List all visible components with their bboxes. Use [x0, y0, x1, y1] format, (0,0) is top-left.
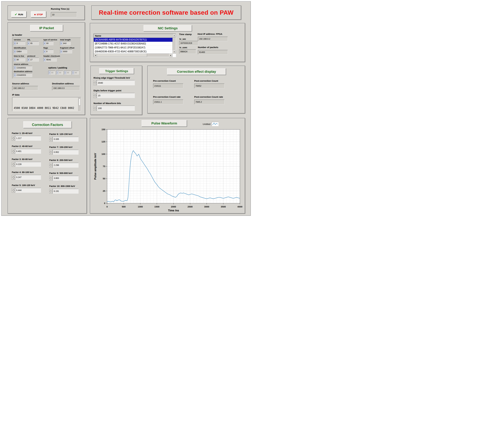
increment-icon[interactable]: ▲ — [12, 162, 15, 164]
scroll-left-icon[interactable]: ◀ — [94, 54, 97, 57]
factor-3-value[interactable]: 0.228 — [15, 162, 41, 167]
stop-button[interactable]: ■ STOP — [31, 11, 46, 18]
increment-icon[interactable]: ▲ — [49, 189, 53, 191]
spinner[interactable]: ▲▼ — [12, 136, 15, 141]
ip-packet-panel: IP Packet ip header version x 0 IHL x 05… — [8, 22, 85, 115]
decrement-icon[interactable]: ▼ — [12, 138, 15, 141]
factor-4-input[interactable]: ▲▼ 0.247 — [12, 175, 41, 180]
rising-edge-threshold-value[interactable]: 2040 — [97, 80, 135, 85]
decrement-icon[interactable]: ▼ — [12, 177, 15, 180]
spinner[interactable]: ▲▼ — [12, 162, 15, 167]
digits-before-trigger-input[interactable]: ▲ ▼ 15 — [93, 93, 135, 98]
factor-9-value[interactable]: 3.863 — [53, 176, 79, 181]
spinner[interactable]: ▲▼ — [49, 137, 53, 142]
increment-icon[interactable]: ▲ — [12, 175, 15, 177]
spinner[interactable]: ▲▼ — [49, 189, 53, 194]
increment-icon[interactable]: ▲ — [12, 136, 15, 138]
decrement-icon[interactable]: ▼ — [49, 139, 53, 142]
digits-before-trigger-value[interactable]: 15 — [97, 93, 135, 98]
spinner[interactable]: ▲ ▼ — [93, 80, 97, 85]
post-correction-count-rate-value: 7845.2 — [194, 99, 225, 104]
factor-6-value[interactable]: 0.335 — [53, 137, 79, 142]
spinner[interactable]: ▲ ▼ — [93, 106, 97, 111]
increment-icon[interactable]: ▲ — [93, 106, 97, 108]
waveform-bits-input[interactable]: ▲ ▼ 100 — [93, 106, 135, 111]
factor-3-input[interactable]: ▲▼ 0.228 — [12, 162, 41, 167]
app-window: ✔ RUN ■ STOP Running Time (s) 10 Real-ti… — [0, 0, 252, 217]
svg-text:Time /ns: Time /ns — [168, 209, 179, 212]
hscroll-thumb[interactable] — [97, 54, 147, 57]
scroll-right-icon[interactable]: ▶ — [169, 54, 172, 57]
radix-indicator: x — [48, 71, 51, 74]
factor-6-input[interactable]: ▲▼ 0.335 — [49, 137, 79, 142]
spinner[interactable]: ▲▼ — [49, 163, 53, 168]
spinner[interactable]: ▲▼ — [12, 175, 15, 180]
factor-1-value[interactable]: 1.217 — [15, 136, 41, 141]
spinner[interactable]: ▲ ▼ — [93, 93, 97, 98]
nic-list-row[interactable]: {5646DE86-83EB-4722-83AC-60BB730D1BCE} — [94, 50, 172, 53]
factor-10-input[interactable]: ▲▼ 6.191 — [49, 189, 79, 194]
ihl-field: x 05 — [27, 41, 39, 45]
destination-address-hex-field: x C0A80003 — [14, 73, 32, 77]
nic-settings-title: NIC Settings — [144, 25, 192, 31]
increment-icon[interactable]: ▲ — [12, 188, 15, 190]
factor-5-input[interactable]: ▲▼ 0.444 — [12, 188, 41, 193]
nic-list-row[interactable]: {AC6A4AB5-ABFB-4A79-9D06-E6241D57B751} — [94, 38, 172, 42]
decrement-icon[interactable]: ▼ — [93, 108, 97, 111]
factor-4-value[interactable]: 0.247 — [15, 175, 41, 180]
factor-1-input[interactable]: ▲▼ 1.217 — [12, 136, 41, 141]
increment-icon[interactable]: ▲ — [49, 176, 53, 178]
decrement-icon[interactable]: ▼ — [49, 191, 53, 194]
increment-icon[interactable]: ▲ — [49, 137, 53, 139]
factor-2-value[interactable]: 0.401 — [15, 149, 41, 154]
decrement-icon[interactable]: ▼ — [93, 83, 97, 85]
decrement-icon[interactable]: ▼ — [12, 151, 15, 154]
header-checksum-value: 9D42 — [46, 58, 51, 62]
radix-indicator: x — [64, 71, 66, 74]
run-button-label: RUN — [18, 13, 23, 16]
waveform-bits-value[interactable]: 100 — [97, 106, 135, 111]
increment-icon[interactable]: ▲ — [49, 150, 53, 152]
scroll-up-icon[interactable]: ▲ — [173, 34, 176, 37]
rising-edge-threshold-input[interactable]: ▲ ▼ 2040 — [93, 80, 135, 85]
factor-8-input[interactable]: ▲▼ 2.298 — [49, 163, 79, 168]
spinner[interactable]: ▲▼ — [12, 188, 15, 193]
vscroll-track[interactable] — [173, 37, 176, 50]
spinner[interactable]: ▲▼ — [12, 149, 15, 154]
factor-8-label: Factor 8: 200-500 keV — [49, 159, 72, 161]
increment-icon[interactable]: ▲ — [93, 93, 97, 95]
increment-icon[interactable]: ▲ — [49, 163, 53, 165]
factor-10-value[interactable]: 6.191 — [53, 189, 79, 194]
ip-data-scroll-thumb[interactable] — [79, 99, 81, 106]
decrement-icon[interactable]: ▼ — [93, 95, 97, 98]
factor-2-input[interactable]: ▲▼ 0.401 — [12, 149, 41, 154]
increment-icon[interactable]: ▲ — [12, 149, 15, 151]
factor-9-input[interactable]: ▲▼ 3.863 — [49, 176, 79, 181]
run-button[interactable]: ✔ RUN — [11, 11, 27, 18]
vertical-scrollbar[interactable]: ▲ ▼ — [172, 34, 176, 53]
spinner[interactable]: ▲▼ — [49, 150, 53, 155]
factor-8-value[interactable]: 2.298 — [53, 163, 79, 168]
increment-icon[interactable]: ▲ — [93, 80, 97, 83]
decrement-icon[interactable]: ▼ — [49, 152, 53, 155]
ip-data-scrollbar[interactable] — [78, 97, 81, 111]
decrement-icon[interactable]: ▼ — [12, 164, 15, 167]
factor-7-value[interactable]: 0.952 — [53, 150, 79, 155]
factor-7-input[interactable]: ▲▼ 0.952 — [49, 150, 79, 155]
ihl-label: IHL — [27, 39, 31, 41]
pre-correction-count-rate-value: 21611.1 — [153, 99, 183, 104]
horizontal-scrollbar[interactable]: ◀ ▶ — [94, 53, 172, 57]
decrement-icon[interactable]: ▼ — [49, 178, 53, 181]
nic-list-row[interactable]: {10BA2772-7969-4FE1-8A1C-2F0F2D1582A7} — [94, 46, 172, 50]
options-byte-0: x 00 — [48, 71, 55, 75]
hscroll-track[interactable] — [147, 54, 169, 57]
source-address-hex-value: C0A80002 — [16, 66, 26, 70]
decrement-icon[interactable]: ▼ — [12, 190, 15, 193]
factor-5-value[interactable]: 0.444 — [15, 188, 41, 193]
nic-list-row[interactable]: {B7C04B86-1761-4C57-B493-D1DB2432BA82} — [94, 42, 172, 46]
plot-legend[interactable]: Untitled — [203, 122, 219, 126]
spinner[interactable]: ▲▼ — [49, 176, 53, 181]
time-to-live-field: x 80 — [14, 58, 25, 62]
scroll-down-icon[interactable]: ▼ — [173, 50, 176, 53]
decrement-icon[interactable]: ▼ — [49, 165, 53, 168]
